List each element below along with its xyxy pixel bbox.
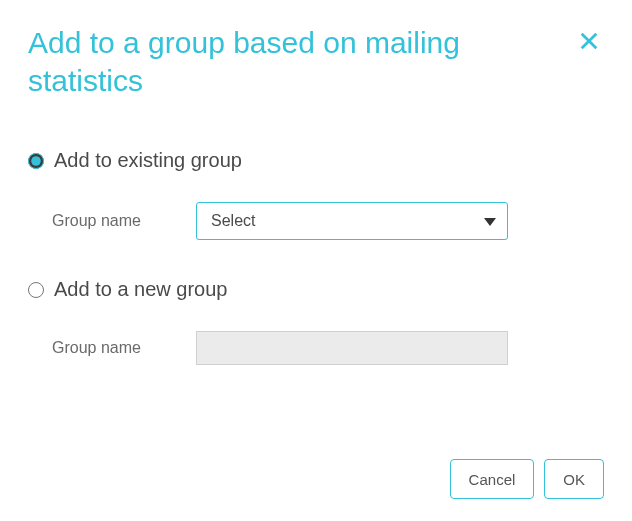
existing-group-radio-row[interactable]: Add to existing group [28, 149, 604, 172]
group-select[interactable]: Select [196, 202, 508, 240]
dialog-footer: Cancel OK [450, 459, 604, 499]
cancel-button[interactable]: Cancel [450, 459, 535, 499]
close-icon [578, 40, 600, 55]
dialog-title: Add to a group based on mailing statisti… [28, 24, 528, 99]
new-group-section: Add to a new group Group name [28, 278, 604, 365]
ok-button[interactable]: OK [544, 459, 604, 499]
new-group-field-row: Group name [28, 331, 604, 365]
dialog-header: Add to a group based on mailing statisti… [28, 24, 604, 99]
existing-group-radio[interactable] [28, 153, 44, 169]
new-group-field-label: Group name [52, 339, 162, 357]
add-to-group-dialog: Add to a group based on mailing statisti… [0, 0, 632, 521]
existing-group-radio-label: Add to existing group [54, 149, 242, 172]
group-select-value: Select [211, 212, 255, 230]
new-group-radio-label: Add to a new group [54, 278, 227, 301]
new-group-radio[interactable] [28, 282, 44, 298]
close-button[interactable] [574, 26, 604, 59]
new-group-radio-row[interactable]: Add to a new group [28, 278, 604, 301]
group-select-wrapper: Select [196, 202, 508, 240]
existing-group-field-row: Group name Select [28, 202, 604, 240]
existing-group-section: Add to existing group Group name Select [28, 149, 604, 240]
new-group-name-input[interactable] [196, 331, 508, 365]
existing-group-field-label: Group name [52, 212, 162, 230]
